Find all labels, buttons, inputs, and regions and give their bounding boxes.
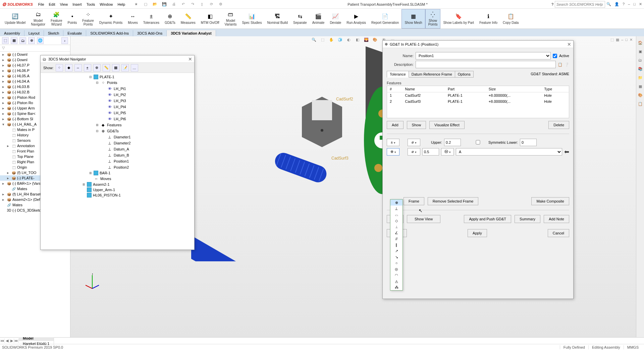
add-note-button[interactable]: Add Note: [544, 215, 569, 223]
nav-tree-row[interactable]: ⊥Diameter1: [41, 134, 194, 140]
display-style-icon[interactable]: ◐: [346, 38, 352, 42]
rebuild-icon[interactable]: ⟳: [208, 2, 214, 6]
prop-icon[interactable]: ⊕: [28, 37, 35, 44]
nav-tree-row[interactable]: ⊞◆Features: [41, 122, 194, 128]
user-icon[interactable]: 👤: [614, 2, 619, 6]
modifier-select[interactable]: Ⓜ: [441, 148, 454, 156]
resources-icon[interactable]: 🗂: [637, 57, 643, 63]
geom-char-select[interactable]: ⊕: [387, 148, 399, 156]
nav-tree-row[interactable]: 👁LH_Pt4: [41, 104, 194, 110]
save-icon[interactable]: 💾: [161, 2, 167, 6]
expand-icon[interactable]: ▸: [2, 106, 6, 111]
tol-diameter-select[interactable]: ⌀: [408, 148, 420, 156]
diameter-symbol-select[interactable]: ⌀: [408, 139, 420, 146]
prev-tab-icon[interactable]: ◀: [5, 339, 9, 343]
lower-input[interactable]: [520, 139, 537, 146]
ribbon-nominal-build[interactable]: 🏗Nominal Build: [264, 9, 290, 29]
remove-frame-button[interactable]: Remove Selected Frame: [428, 197, 479, 205]
ribbon-deviate[interactable]: 📈Deviate: [327, 9, 344, 29]
ribbon-measures[interactable]: 📏Measures: [178, 9, 198, 29]
display-pane-icon[interactable]: ▦: [11, 37, 17, 44]
nav-tree-row[interactable]: 👁LH_Pt5: [41, 110, 194, 116]
cmd-tab-3dcs-variation-analyst[interactable]: 3DCS Variation Analyst: [167, 30, 216, 36]
symbol-option[interactable]: ∠: [390, 230, 402, 236]
menu-file[interactable]: File: [38, 2, 44, 6]
ribbon-model-navigator[interactable]: 🗂ModelNavigator: [28, 9, 48, 29]
assembly-tab-icon[interactable]: ⬚: [2, 37, 9, 44]
print-icon[interactable]: 🖨: [171, 2, 177, 6]
show-gdts-icon[interactable]: ⊕: [93, 64, 101, 72]
ribbon-points[interactable]: •Points: [65, 9, 80, 29]
appearance2-icon[interactable]: 🎨: [637, 92, 643, 98]
apply-push-button[interactable]: Apply and Push GD&T: [464, 215, 511, 223]
help2-icon[interactable]: ?: [623, 2, 625, 6]
symbol-option[interactable]: ◠: [390, 272, 402, 278]
show-mesh-icon[interactable]: ▦: [112, 64, 119, 72]
visualize-button[interactable]: Visualize Effect: [429, 121, 465, 129]
eye-icon[interactable]: 👁: [107, 110, 112, 116]
nav-tree-row[interactable]: ⊟⊕GD&Ts: [41, 128, 194, 134]
appearance-icon[interactable]: 🎨: [372, 38, 378, 42]
symbol-option[interactable]: ↗: [390, 248, 402, 254]
expand-icon[interactable]: ▸: [2, 69, 6, 73]
back-arrow-icon[interactable]: ⬅: [564, 148, 569, 156]
nav-tree-row[interactable]: ⊥Position1: [41, 158, 194, 164]
upper-input[interactable]: [444, 139, 461, 146]
show-tols-icon[interactable]: ±: [84, 64, 91, 72]
symbol-option[interactable]: ◇: [390, 218, 402, 224]
cmd-tab-solidworks-add-ins[interactable]: SOLIDWORKS Add-Ins: [86, 30, 133, 36]
expand-icon[interactable]: ⊞: [82, 183, 86, 186]
ribbon-gd-ts[interactable]: ⊕GD&Ts: [162, 9, 178, 29]
datum-select[interactable]: A: [456, 148, 562, 156]
active-checkbox[interactable]: [553, 54, 557, 58]
gdt-titlebar[interactable]: ⊕ GD&T In PLATE-1 (Position1) ✕: [383, 41, 573, 48]
expand-icon[interactable]: ⊟: [96, 81, 99, 84]
status-units[interactable]: MMGS: [624, 345, 642, 349]
maximize-icon[interactable]: □: [633, 2, 636, 6]
show-button[interactable]: Show: [407, 121, 426, 129]
menu-edit[interactable]: Edit: [49, 2, 55, 6]
config-icon[interactable]: 🗂: [19, 37, 26, 44]
symbol-option[interactable]: ⌓: [390, 212, 402, 218]
expand-icon[interactable]: ▸: [2, 52, 6, 57]
ribbon-show-labels-by-part[interactable]: 🔖Show Labels by Part: [440, 9, 477, 29]
symbol-option[interactable]: ↘: [390, 254, 402, 260]
doc-close-icon[interactable]: ✕: [630, 38, 633, 42]
eye-icon[interactable]: 👁: [107, 116, 112, 122]
show-view-button[interactable]: Show View: [407, 215, 440, 223]
zoom-area-icon[interactable]: ⬚: [320, 38, 326, 42]
menu-tools[interactable]: Tools: [87, 2, 95, 6]
show-points-icon[interactable]: ⁘: [56, 64, 63, 72]
cmd-tab-sketch[interactable]: Sketch: [44, 30, 64, 36]
ribbon-model-variants[interactable]: 🗃ModelVariants: [222, 9, 239, 29]
make-composite-button[interactable]: Make Composite: [531, 197, 569, 205]
ribbon-feature-info[interactable]: ℹFeature Info: [477, 9, 500, 29]
nav-tree-row[interactable]: ⊥Datum_A: [41, 146, 194, 152]
doc-min-icon[interactable]: –: [621, 38, 623, 42]
open-icon[interactable]: 📂: [152, 2, 158, 6]
expand-icon[interactable]: ▸: [2, 181, 6, 186]
file-expl-icon[interactable]: 📁: [637, 75, 643, 81]
expand-icon[interactable]: ▸: [2, 95, 6, 100]
pan-icon[interactable]: ✋: [328, 38, 334, 42]
column-header[interactable]: Name: [402, 86, 445, 92]
table-row[interactable]: 2CadSurf3PLATE-1+8.000000(...Hole: [387, 98, 569, 104]
expand-icon[interactable]: ⊞: [96, 123, 99, 127]
ribbon-separate[interactable]: ⇆Separate: [290, 9, 310, 29]
nav-tree-row[interactable]: HL06_PISTON-1: [41, 192, 194, 198]
cancel-button[interactable]: Cancel: [548, 229, 569, 237]
task-icon[interactable]: 🌐: [37, 37, 44, 44]
navigator-titlebar[interactable]: 🗂 3DCS Model Navigator ✕: [41, 55, 194, 63]
redo-icon[interactable]: ↷: [190, 2, 196, 6]
help-icon[interactable]: ❔: [565, 62, 569, 67]
table-row[interactable]: 1CadSurf2PLATE-1+8.000000(...Hole: [387, 92, 569, 99]
zoom-fit-icon[interactable]: 🔍: [311, 38, 317, 42]
section-icon[interactable]: ◧: [355, 38, 361, 42]
expand-icon[interactable]: ▾: [2, 122, 6, 127]
minimize-icon[interactable]: –: [628, 2, 630, 6]
nav-tree-row[interactable]: ⊟⁘Points: [41, 80, 194, 86]
eye-icon[interactable]: 👁: [107, 98, 112, 103]
cmd-tab-evaluate[interactable]: Evaluate: [63, 30, 86, 36]
symbol-option[interactable]: ○: [390, 260, 402, 266]
expand-icon[interactable]: ▸: [2, 192, 6, 196]
